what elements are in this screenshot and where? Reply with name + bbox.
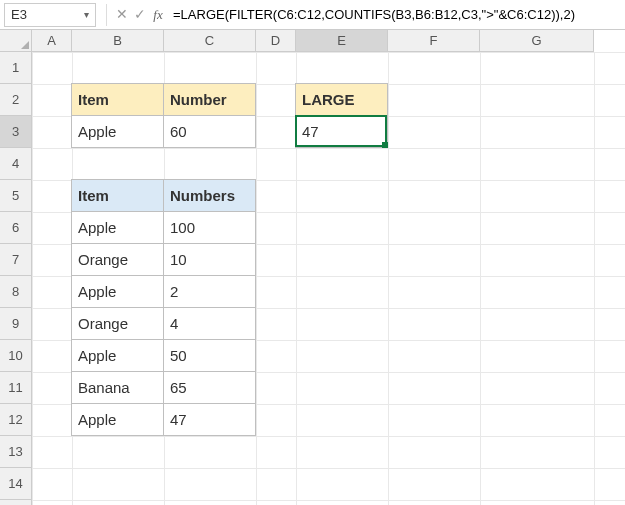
cancel-formula-icon[interactable]: ✕ bbox=[113, 4, 131, 26]
table1-cell[interactable]: Apple bbox=[71, 115, 164, 148]
formula-bar: E3 ▾ ✕ ✓ fx bbox=[0, 0, 625, 30]
large-value[interactable]: 47 bbox=[295, 115, 388, 148]
table2-cell[interactable]: 4 bbox=[163, 307, 256, 340]
table2-header[interactable]: Numbers bbox=[163, 179, 256, 212]
table1-header[interactable]: Number bbox=[163, 83, 256, 116]
column-headers: ABCDEFG bbox=[32, 30, 594, 52]
name-box-value: E3 bbox=[11, 7, 27, 22]
row-header[interactable]: 8 bbox=[0, 276, 32, 308]
divider bbox=[106, 4, 107, 26]
grid: ABCDEFG 123456789101112131415 ItemNumber… bbox=[0, 30, 625, 505]
table1-header[interactable]: Item bbox=[71, 83, 164, 116]
row-header[interactable]: 7 bbox=[0, 244, 32, 276]
table2-cell[interactable]: 100 bbox=[163, 211, 256, 244]
chevron-down-icon[interactable]: ▾ bbox=[84, 9, 89, 20]
column-header[interactable]: E bbox=[296, 30, 388, 52]
large-header[interactable]: LARGE bbox=[295, 83, 388, 116]
table2-cell[interactable]: 2 bbox=[163, 275, 256, 308]
cells-area[interactable]: ItemNumberApple60LARGE47ItemNumbersApple… bbox=[32, 52, 625, 505]
column-header[interactable]: G bbox=[480, 30, 594, 52]
row-header[interactable]: 15 bbox=[0, 500, 32, 505]
row-header[interactable]: 4 bbox=[0, 148, 32, 180]
table2-cell[interactable]: Apple bbox=[71, 403, 164, 436]
row-header[interactable]: 9 bbox=[0, 308, 32, 340]
table2-cell[interactable]: 47 bbox=[163, 403, 256, 436]
table2-cell[interactable]: Orange bbox=[71, 243, 164, 276]
table2-cell[interactable]: Apple bbox=[71, 339, 164, 372]
fx-icon[interactable]: fx bbox=[149, 4, 167, 26]
table2-header[interactable]: Item bbox=[71, 179, 164, 212]
row-header[interactable]: 12 bbox=[0, 404, 32, 436]
column-header[interactable]: F bbox=[388, 30, 480, 52]
accept-formula-icon[interactable]: ✓ bbox=[131, 4, 149, 26]
column-header[interactable]: D bbox=[256, 30, 296, 52]
row-header[interactable]: 14 bbox=[0, 468, 32, 500]
table2-cell[interactable]: Apple bbox=[71, 211, 164, 244]
row-headers: 123456789101112131415 bbox=[0, 52, 32, 505]
formula-input[interactable] bbox=[167, 3, 625, 27]
column-header[interactable]: A bbox=[32, 30, 72, 52]
row-header[interactable]: 1 bbox=[0, 52, 32, 84]
table1-cell[interactable]: 60 bbox=[163, 115, 256, 148]
table2-cell[interactable]: 50 bbox=[163, 339, 256, 372]
name-box[interactable]: E3 ▾ bbox=[4, 3, 96, 27]
column-header[interactable]: C bbox=[164, 30, 256, 52]
table2-cell[interactable]: Orange bbox=[71, 307, 164, 340]
table2-cell[interactable]: Banana bbox=[71, 371, 164, 404]
row-header[interactable]: 2 bbox=[0, 84, 32, 116]
row-header[interactable]: 10 bbox=[0, 340, 32, 372]
column-header[interactable]: B bbox=[72, 30, 164, 52]
row-header[interactable]: 11 bbox=[0, 372, 32, 404]
table2-cell[interactable]: Apple bbox=[71, 275, 164, 308]
row-header[interactable]: 3 bbox=[0, 116, 32, 148]
row-header[interactable]: 13 bbox=[0, 436, 32, 468]
select-all-corner[interactable] bbox=[0, 30, 32, 52]
table2-cell[interactable]: 10 bbox=[163, 243, 256, 276]
row-header[interactable]: 6 bbox=[0, 212, 32, 244]
table2-cell[interactable]: 65 bbox=[163, 371, 256, 404]
row-header[interactable]: 5 bbox=[0, 180, 32, 212]
